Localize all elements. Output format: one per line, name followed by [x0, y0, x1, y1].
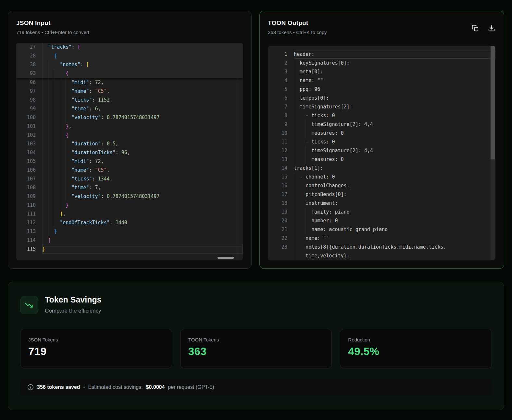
code-line: 16 controlChanges:	[268, 181, 495, 190]
indent-guide	[66, 192, 66, 201]
indent-guide	[294, 190, 294, 199]
json-editor[interactable]: 27 "tracks": [28 {38 "notes": [93 { 96 "…	[16, 43, 243, 260]
line-number: 109	[16, 192, 42, 201]
line-number	[268, 252, 294, 260]
line-number: 19	[268, 208, 294, 216]
line-content: measures: 0	[294, 129, 495, 138]
indent-guide	[48, 122, 48, 131]
indent-guide	[42, 218, 43, 227]
code-line: 21 name: acoustic grand piano	[268, 225, 495, 234]
copy-button[interactable]	[472, 25, 479, 32]
token-savings-panel: Token Savings Compare the efficiency JSO…	[8, 282, 504, 410]
code-line: 1header:	[268, 50, 495, 59]
line-number: 104	[16, 148, 42, 157]
indent-guide	[54, 148, 54, 157]
stat-reduction: Reduction 49.5%	[340, 329, 492, 368]
code-line: 112 "endOfTrackTicks": 1440	[16, 218, 243, 227]
indent-guide	[48, 105, 48, 113]
code-line: 93 {	[16, 69, 243, 78]
indent-guide	[66, 183, 66, 192]
indent-guide	[66, 140, 66, 148]
line-content: "velocity": 0.7874015748031497	[42, 192, 243, 201]
stat-toon-tokens: TOON Tokens 363	[180, 329, 332, 368]
line-number: 111	[16, 210, 42, 218]
json-horizontal-scrollbar-thumb[interactable]	[218, 257, 234, 259]
code-line: 110 }	[16, 201, 243, 210]
indent-guide	[60, 105, 60, 113]
indent-guide	[54, 131, 54, 140]
line-number: 21	[268, 225, 294, 234]
tokens-saved-text: 356 tokens saved	[37, 384, 80, 390]
toon-output-panel: TOON Output 363 tokens • Ctrl+K to copy	[259, 11, 504, 269]
line-content: timeSignatures[2]:	[294, 103, 495, 111]
json-sticky-lines: 27 "tracks": [28 {38 "notes": [93 {	[16, 43, 243, 78]
indent-guide	[294, 216, 294, 225]
indent-guide	[42, 122, 43, 131]
toon-editor[interactable]: 1header:2 keySignatures[0]:3 meta[0]:4 n…	[268, 46, 495, 260]
download-icon	[488, 25, 495, 32]
indent-guide	[54, 69, 54, 78]
savings-subtitle: Compare the efficiency	[45, 308, 101, 314]
code-line: 38 "notes": [	[16, 60, 243, 69]
line-content: }	[42, 227, 243, 236]
indent-guide	[48, 60, 48, 69]
line-number: 112	[16, 218, 42, 227]
line-content: meta[0]:	[294, 68, 495, 76]
indent-guide	[48, 201, 48, 210]
indent-guide	[66, 166, 66, 175]
line-content: number: 0	[294, 216, 495, 225]
json-vertical-scrollbar[interactable]	[238, 79, 243, 260]
indent-guide	[42, 105, 43, 113]
code-line: 28 {	[16, 52, 243, 60]
toon-vertical-scrollbar-thumb[interactable]	[491, 46, 495, 159]
line-content: tempos[0]:	[294, 94, 495, 103]
line-content: "midi": 72,	[42, 78, 243, 87]
code-line: 105 "midi": 72,	[16, 157, 243, 166]
line-number: 101	[16, 122, 42, 131]
code-line: 9 timeSignature[2]: 4,4	[268, 120, 495, 129]
indent-guide	[48, 78, 48, 87]
page: JSON Input 719 tokens • Ctrl+Enter to co…	[0, 0, 512, 420]
line-number: 11	[268, 138, 294, 146]
savings-footer: 356 tokens saved • Estimated cost saving…	[20, 379, 492, 396]
indent-guide	[48, 227, 48, 236]
indent-guide	[306, 208, 306, 216]
code-line: 18 instrument:	[268, 199, 495, 208]
indent-guide	[66, 148, 66, 157]
indent-guide	[294, 138, 294, 146]
indent-guide	[66, 175, 66, 183]
indent-guide	[54, 201, 54, 210]
indent-guide	[42, 157, 43, 166]
indent-guide	[294, 111, 294, 120]
line-number: 110	[16, 201, 42, 210]
line-number: 93	[16, 69, 42, 78]
code-line: 19 family: piano	[268, 208, 495, 216]
download-button[interactable]	[488, 25, 495, 32]
line-content: "name": "C5",	[42, 87, 243, 96]
indent-guide	[294, 155, 294, 164]
stat-label: Reduction	[348, 337, 484, 342]
line-number: 4	[268, 76, 294, 85]
stat-label: TOON Tokens	[188, 337, 324, 342]
line-content: notes[8]{duration,durationTicks,midi,nam…	[294, 243, 495, 252]
line-number: 1	[268, 50, 294, 59]
line-number: 96	[16, 78, 42, 87]
indent-guide	[294, 225, 294, 234]
line-number: 2	[268, 59, 294, 68]
code-line: 4 name: ""	[268, 76, 495, 85]
indent-guide	[66, 96, 66, 105]
indent-guide	[48, 148, 48, 157]
line-content: timeSignature[2]: 4,4	[294, 120, 495, 129]
toon-panel-header: TOON Output 363 tokens • Ctrl+K to copy	[268, 19, 496, 35]
code-line: 12 timeSignature[2]: 4,4	[268, 146, 495, 155]
indent-guide	[42, 140, 43, 148]
line-content: time,velocity}:	[294, 252, 495, 260]
line-number: 99	[16, 105, 42, 113]
toon-vertical-scrollbar[interactable]	[491, 46, 495, 260]
line-number: 102	[16, 131, 42, 140]
indent-guide	[294, 85, 294, 94]
line-content: pitchBends[0]:	[294, 190, 495, 199]
code-line: 109 "velocity": 0.7874015748031497	[16, 192, 243, 201]
indent-guide	[294, 173, 294, 181]
indent-guide	[60, 96, 60, 105]
